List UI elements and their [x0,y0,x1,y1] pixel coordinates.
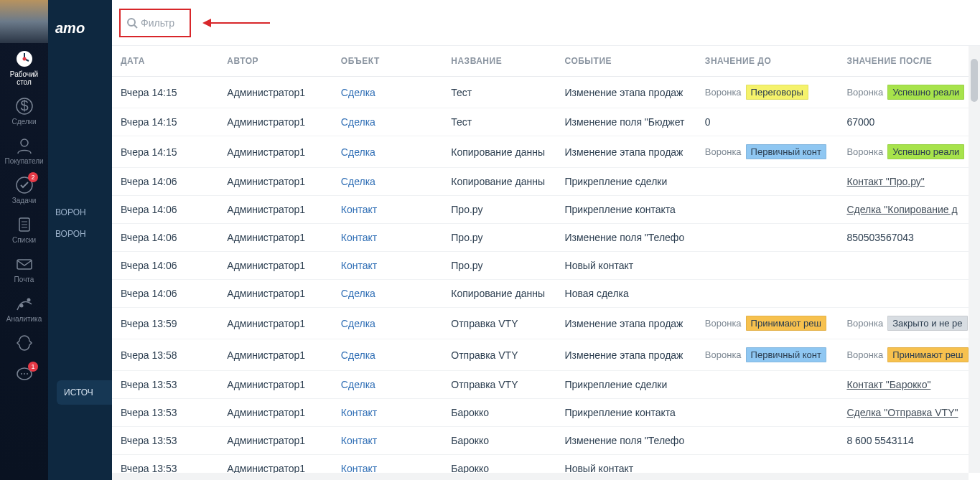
cell-object[interactable]: Контакт [332,252,442,280]
cell-object[interactable]: Контакт [332,196,442,224]
cell-text: 850503567043 [846,232,913,243]
cell-author: Администратор1 [218,196,332,224]
horizontal-scrollbar[interactable] [112,473,969,480]
pipeline-label: Воронка [705,349,742,360]
cell-date: Вчера 14:06 [112,224,218,252]
cell-before [696,224,839,252]
cell-author: Администратор1 [218,77,332,108]
table-row[interactable]: Вчера 14:06Администратор1СделкаКопирован… [112,168,980,196]
cell-after: 67000 [838,108,980,136]
cell-author: Администратор1 [218,371,332,399]
filter-input[interactable]: Фильтр [119,9,191,37]
table-row[interactable]: Вчера 13:53Администратор1КонтактБароккоП… [112,399,980,427]
cell-text: 0 [705,116,711,128]
cell-object[interactable]: Сделка [332,108,442,136]
cell-link[interactable]: Сделка "Копирование д [846,204,957,215]
cell-after: Контакт "Про.ру" [838,168,980,196]
cell-after: 850503567043 [838,224,980,252]
pipeline-label: Воронка [705,318,742,329]
table-row[interactable]: Вчера 14:06Администратор1КонтактПро.руНо… [112,252,980,280]
col-name[interactable]: НАЗВАНИЕ [442,46,556,77]
events-table-wrap[interactable]: ДАТА АВТОР ОБЪЕКТ НАЗВАНИЕ СОБЫТИЕ ЗНАЧЕ… [112,46,980,480]
svg-rect-10 [17,260,32,269]
cell-event: Изменение поля "Бюджет [556,108,696,136]
cell-object[interactable]: Сделка [332,308,442,339]
cell-after: Контакт "Барокко" [838,371,980,399]
sidebar-label: Списки [12,236,36,244]
cell-date: Вчера 14:15 [112,77,218,108]
cell-object[interactable]: Контакт [332,224,442,252]
sidebar-label: Почта [14,276,34,283]
cell-event: Изменение этапа продаж [556,136,696,168]
sidebar-item-lists[interactable]: Списки [0,209,48,248]
table-row[interactable]: Вчера 13:53Администратор1СделкаОтправка … [112,371,980,399]
table-row[interactable]: Вчера 13:58Администратор1СделкаОтправка … [112,339,980,371]
buyers-icon [14,136,34,156]
table-row[interactable]: Вчера 14:15Администратор1СделкаТестИзмен… [112,77,980,108]
table-row[interactable]: Вчера 14:15Администратор1СделкаКопирован… [112,136,980,168]
mid-link-1[interactable]: ВОРОН [48,223,112,245]
pipeline-value: ВоронкаПринимают реш [705,316,826,331]
cell-object[interactable]: Контакт [332,427,442,455]
stage-pill: Успешно реали [887,85,964,100]
sidebar-label: Сделки [11,118,36,126]
sidebar-item-deals[interactable]: $Сделки [0,90,48,130]
sidebar-item-buyers[interactable]: Покупатели [0,130,48,169]
cell-object[interactable]: Сделка [332,77,442,108]
cell-object[interactable]: Сделка [332,339,442,371]
cell-before [696,252,839,280]
cell-object[interactable]: Сделка [332,371,442,399]
cell-before [696,168,839,196]
sidebar-item-tasks[interactable]: Задачи2 [0,169,48,209]
cell-name: Копирование данны [442,168,556,196]
cell-date: Вчера 14:15 [112,108,218,136]
cell-date: Вчера 13:53 [112,399,218,427]
sidebar-item-mail[interactable]: Почта [0,248,48,288]
svg-line-18 [134,25,137,28]
sidebar-item-settings[interactable] [0,327,48,359]
sidebar-item-analytics[interactable]: Аналитика [0,288,48,327]
cell-event: Изменение этапа продаж [556,339,696,371]
cell-link[interactable]: Контакт "Про.ру" [846,176,924,187]
col-event[interactable]: СОБЫТИЕ [556,46,696,77]
pipeline-value: ВоронкаУспешно реали [846,85,964,100]
cell-name: Копирование данны [442,136,556,168]
mid-link-0[interactable]: ВОРОН [48,202,112,223]
cell-link[interactable]: Контакт "Барокко" [846,379,930,390]
cell-object[interactable]: Сделка [332,280,442,308]
cell-date: Вчера 14:06 [112,252,218,280]
cell-name: Про.ру [442,196,556,224]
sidebar-item-chat[interactable]: 1 [0,359,48,390]
cell-object[interactable]: Сделка [332,168,442,196]
cell-date: Вчера 13:58 [112,339,218,371]
col-after[interactable]: ЗНАЧЕНИЕ ПОСЛЕ [838,46,980,77]
col-object[interactable]: ОБЪЕКТ [332,46,442,77]
table-row[interactable]: Вчера 14:15Администратор1СделкаТестИзмен… [112,108,980,136]
mid-active-tab[interactable]: ИСТОЧ [57,380,112,405]
cell-object[interactable]: Контакт [332,399,442,427]
pipeline-value: ВоронкаПервичный конт [705,144,826,159]
cell-name: Барокко [442,427,556,455]
sidebar-item-desktop[interactable]: Рабочийстол [0,43,48,90]
cell-after: ВоронкаЗакрыто и не ре [838,308,980,339]
annotation-arrow [205,22,270,24]
filter-placeholder: Фильтр [141,17,174,29]
col-author[interactable]: АВТОР [218,46,332,77]
cell-before [696,399,839,427]
table-row[interactable]: Вчера 13:59Администратор1СделкаОтправка … [112,308,980,339]
cell-link[interactable]: Сделка "Отправка VTY" [846,407,958,418]
vertical-scrollbar[interactable] [969,46,980,473]
table-row[interactable]: Вчера 14:06Администратор1КонтактПро.руПр… [112,196,980,224]
cell-name: Отправка VTY [442,339,556,371]
cell-object[interactable]: Сделка [332,136,442,168]
events-table: ДАТА АВТОР ОБЪЕКТ НАЗВАНИЕ СОБЫТИЕ ЗНАЧЕ… [112,46,980,480]
desktop-icon [14,49,34,69]
table-row[interactable]: Вчера 14:06Администратор1СделкаКопирован… [112,280,980,308]
cell-date: Вчера 13:53 [112,371,218,399]
table-row[interactable]: Вчера 13:53Администратор1КонтактБароккоИ… [112,427,980,455]
col-before[interactable]: ЗНАЧЕНИЕ ДО [696,46,839,77]
col-date[interactable]: ДАТА [112,46,218,77]
table-row[interactable]: Вчера 14:06Администратор1КонтактПро.руИз… [112,224,980,252]
cell-author: Администратор1 [218,308,332,339]
cell-before [696,280,839,308]
